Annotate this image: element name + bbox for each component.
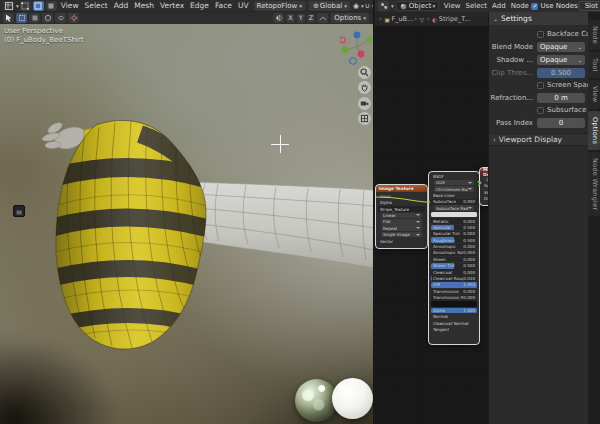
toggle-perspective-button[interactable] [358, 112, 371, 125]
snap-magnet-icon[interactable]: ∪ [365, 2, 370, 10]
settings-panel-header[interactable]: ⌄ Settings [489, 12, 588, 25]
node-row[interactable]: Sheen Tint0.500 [431, 263, 477, 269]
gizmo-z-neg-axis[interactable] [350, 58, 356, 64]
node-row[interactable]: Clearcoat Normal [431, 320, 477, 326]
edge-select-mode-button[interactable] [33, 1, 44, 11]
node-row[interactable]: Clearcoat0.000 [431, 269, 477, 275]
sidebar-tab[interactable]: Node [588, 20, 600, 50]
node-row[interactable]: Emission [431, 301, 477, 307]
shader-menu-item[interactable]: Add [492, 2, 506, 10]
node-row[interactable]: Christensen-Burley [434, 186, 474, 192]
tool-select-circle-button[interactable] [42, 13, 53, 23]
zoom-button[interactable] [358, 66, 371, 79]
subsurface-translucency-checkbox[interactable] [537, 107, 544, 114]
shadow-mode-dropdown[interactable]: Opaque ⌄ [537, 55, 585, 65]
node-row[interactable]: Flat [381, 219, 422, 225]
mirror-x-toggle[interactable]: X [286, 14, 294, 23]
node-row[interactable]: Base Color [431, 193, 477, 199]
face-select-mode-button[interactable] [46, 1, 57, 11]
viewport-canvas[interactable]: User Perspective (0) F_uBody_BeeTShirt [0, 24, 373, 424]
node-row[interactable]: Metallic0.000 [431, 218, 477, 224]
node-row[interactable]: GGX [434, 180, 474, 186]
shader-menu-item[interactable]: Select [465, 2, 487, 10]
node-row[interactable]: Subsurface0.000 [431, 199, 477, 205]
node-row[interactable]: Normal [431, 314, 477, 320]
vertex-select-mode-button[interactable] [20, 1, 31, 11]
sidebar-tab[interactable]: View [588, 80, 600, 109]
principled-bsdf-node[interactable]: Principled BSDF BSDF GGX Christensen-Bur… [429, 172, 479, 344]
sidebar-tab[interactable]: Tool [588, 52, 600, 78]
sidebar-tab[interactable]: Options [588, 111, 600, 150]
backface-culling-checkbox[interactable] [537, 31, 544, 38]
viewport-display-panel-header[interactable]: › Viewport Display [489, 133, 588, 146]
pivot-point-icon[interactable]: ◉ [353, 2, 359, 10]
tool-select-lasso-button[interactable] [55, 13, 66, 23]
node-row[interactable]: Subsurface Radius [434, 205, 474, 211]
node-row[interactable]: Color [378, 194, 425, 200]
breadcrumb-object[interactable]: F_uB... [391, 15, 413, 23]
viewport-menu-item[interactable]: UV [238, 1, 249, 10]
node-row[interactable]: Anisotropic0.000 [431, 244, 477, 250]
node-row[interactable]: Specular Tint0.000 [431, 231, 477, 237]
viewport-menu-item[interactable]: Select [85, 1, 108, 10]
blend-mode-dropdown[interactable]: Opaque ⌄ [537, 42, 585, 52]
node-row[interactable]: Clearcoat Roughness0.030 [431, 276, 477, 282]
node-row[interactable]: Repeat [381, 225, 422, 231]
mirror-y-toggle[interactable]: Y [297, 14, 305, 23]
node-row[interactable]: Vector [378, 238, 425, 244]
node-row[interactable]: Tangent [431, 327, 477, 333]
node-row[interactable]: Single Image [381, 232, 422, 238]
node-row[interactable]: BSDF [431, 174, 477, 180]
node-row[interactable]: Subsurface Color [431, 212, 477, 218]
shader-type-dropdown[interactable]: Object▾ [396, 1, 440, 11]
viewport-menu-item[interactable]: Face [215, 1, 232, 10]
node-row[interactable]: Anisotropic Rotation0.000 [431, 250, 477, 256]
editor-type-node-button[interactable] [378, 1, 389, 11]
retopoflow-menu-button[interactable]: RetopoFlow▾ [254, 1, 305, 11]
editor-type-button[interactable] [3, 1, 14, 11]
node-row[interactable]: Stripe_Texture [378, 206, 425, 212]
node-row[interactable]: Alpha [378, 200, 425, 206]
mirror-icon[interactable] [273, 13, 284, 23]
use-nodes-checkbox[interactable]: ✓ [531, 3, 538, 10]
options-dropdown-button[interactable]: Options▾ [331, 13, 369, 23]
breadcrumb-material[interactable]: Stripe_T... [439, 15, 471, 23]
viewport-menu-item[interactable]: View [61, 1, 79, 10]
clip-threshold-slider[interactable]: 0.500 [537, 68, 585, 78]
pass-index-field[interactable]: 0 [537, 118, 585, 128]
mirror-z-toggle[interactable]: Z [307, 14, 315, 23]
node-row[interactable]: Sheen0.000 [431, 257, 477, 263]
node-row[interactable]: Linear [381, 213, 422, 219]
viewport-menu-item[interactable]: Mesh [134, 1, 154, 10]
active-tool-button[interactable] [3, 13, 14, 23]
tool-select-box-button[interactable] [29, 13, 40, 23]
toolbar-popout-button[interactable]: ▤ [13, 205, 25, 217]
snap-symmetry-icon[interactable] [317, 13, 328, 23]
shader-menu-item[interactable]: View [444, 2, 461, 10]
transform-orientation-dropdown[interactable]: ⊕ Global▾ [309, 1, 350, 11]
gizmo-z-axis[interactable] [354, 32, 361, 39]
sidebar-tab[interactable]: Node Wrangler [588, 152, 600, 216]
screen-space-refraction-checkbox[interactable] [537, 82, 544, 89]
shader-menu-item[interactable]: Node [511, 2, 529, 10]
node-row[interactable]: Transmission0.000 [431, 289, 477, 295]
image-texture-node[interactable]: Image Texture Color Alpha Stripe_Texture… [376, 185, 427, 248]
node-row[interactable]: Transmission Roughness0.000 [431, 295, 477, 301]
node-row[interactable]: Alpha1.000 [431, 308, 477, 314]
material-slot-button[interactable]: Slot 1 [578, 1, 600, 11]
node-row[interactable]: Roughness0.500 [431, 237, 477, 243]
tool-cursor-button[interactable] [68, 13, 79, 23]
refraction-depth-field[interactable]: 0 m [537, 93, 585, 103]
tool-tweak-button[interactable] [16, 13, 27, 23]
node-row[interactable]: Specular0.500 [431, 225, 477, 231]
pan-hand-button[interactable] [358, 81, 371, 94]
camera-view-button[interactable] [358, 97, 371, 110]
viewport-menu-item[interactable]: Edge [190, 1, 209, 10]
gizmo-x-neg-axis[interactable] [340, 37, 345, 43]
gizmo-y-axis[interactable] [342, 47, 349, 54]
gizmo-x-axis[interactable] [358, 51, 365, 58]
gizmo-y-neg-axis[interactable] [366, 37, 373, 44]
viewport-menu-item[interactable]: Add [114, 1, 129, 10]
viewport-menu-item[interactable]: Vertex [160, 1, 184, 10]
navigation-gizmo[interactable] [340, 28, 373, 72]
